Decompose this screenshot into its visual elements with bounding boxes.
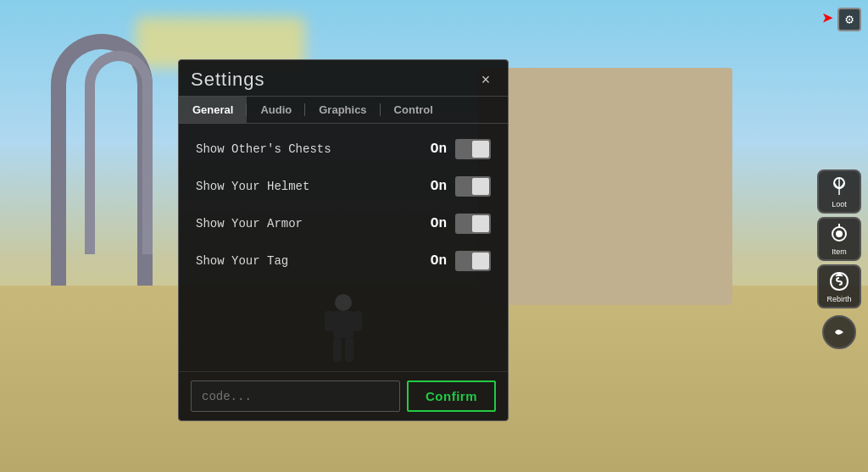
settings-title: Settings — [191, 69, 265, 91]
svg-rect-7 — [325, 311, 333, 331]
toggle-tag[interactable] — [455, 251, 491, 271]
settings-header: Settings × — [179, 60, 508, 97]
rebirth-button[interactable]: Rebirth — [817, 264, 861, 308]
item-label: Item — [832, 247, 847, 256]
svg-rect-8 — [353, 311, 362, 331]
setting-row-chests: Show Other's Chests On — [179, 130, 508, 168]
close-button[interactable]: × — [476, 69, 496, 90]
svg-point-5 — [335, 294, 352, 311]
svg-rect-9 — [333, 338, 342, 362]
svg-point-3 — [836, 230, 843, 237]
settings-dialog: Settings × General Audio Graphics Contro… — [178, 59, 509, 421]
arch-decoration-left2 — [85, 51, 153, 254]
tab-control[interactable]: Control — [381, 97, 447, 123]
rebirth-icon — [827, 269, 851, 293]
setting-value-helmet: On — [423, 179, 447, 194]
loot-label: Loot — [832, 200, 847, 208]
setting-value-tag: On — [423, 253, 447, 269]
tab-general[interactable]: General — [179, 97, 247, 123]
back-button[interactable] — [822, 315, 856, 349]
ui-right-panel: Loot Item Rebirth — [817, 169, 861, 349]
character-preview — [179, 286, 508, 371]
settings-footer: Confirm — [179, 371, 508, 420]
toggle-armor[interactable] — [455, 214, 491, 234]
setting-row-helmet: Show Your Helmet On — [179, 168, 508, 205]
loot-icon — [827, 175, 851, 198]
settings-body: Show Other's Chests On Show Your Helmet … — [179, 124, 508, 286]
setting-control-helmet: On — [423, 176, 491, 197]
confirm-button[interactable]: Confirm — [407, 380, 496, 412]
setting-control-tag: On — [423, 251, 491, 271]
setting-label-armor: Show Your Armor — [196, 217, 303, 230]
setting-label-tag: Show Your Tag — [196, 254, 288, 268]
item-icon — [827, 222, 851, 246]
gear-button[interactable]: ⚙ — [837, 8, 861, 31]
toggle-helmet[interactable] — [455, 176, 491, 197]
gear-indicator: ➤ ⚙ — [822, 7, 861, 31]
item-button[interactable]: Item — [817, 217, 861, 261]
svg-rect-10 — [345, 338, 353, 362]
setting-label-chests: Show Other's Chests — [196, 142, 331, 156]
wall-right — [478, 68, 732, 305]
toggle-chests[interactable] — [455, 139, 491, 159]
loot-button[interactable]: Loot — [817, 169, 861, 214]
rebirth-label: Rebirth — [826, 295, 851, 303]
setting-control-chests: On — [423, 139, 491, 159]
setting-row-armor: Show Your Armor On — [179, 205, 508, 242]
settings-tabs: General Audio Graphics Control — [179, 97, 508, 124]
setting-control-armor: On — [423, 214, 491, 234]
arrow-icon: ➤ — [822, 7, 834, 31]
setting-label-helmet: Show Your Helmet — [196, 180, 309, 193]
setting-row-tag: Show Your Tag On — [179, 242, 508, 280]
code-input[interactable] — [191, 380, 400, 412]
character-silhouette — [318, 291, 369, 367]
setting-value-armor: On — [423, 216, 447, 231]
back-icon — [831, 324, 848, 341]
tab-graphics[interactable]: Graphics — [305, 97, 380, 123]
tab-audio[interactable]: Audio — [247, 97, 305, 123]
svg-rect-6 — [333, 311, 353, 338]
setting-value-chests: On — [423, 142, 447, 157]
